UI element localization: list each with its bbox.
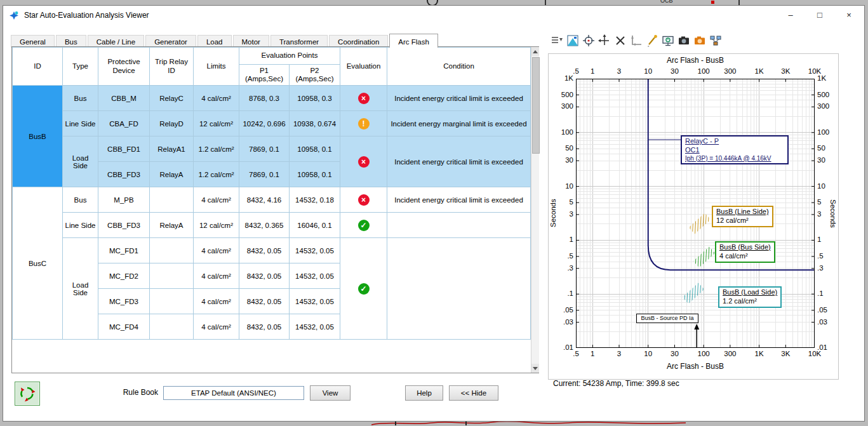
rule-book-input[interactable] xyxy=(163,386,304,400)
cell-device[interactable]: CBB_FD1 xyxy=(98,136,150,162)
table-row[interactable]: Load Side MC_FD1 4 cal/cm² 8432, 0.05 14… xyxy=(13,238,531,263)
target-capture-icon[interactable] xyxy=(582,34,595,48)
tab-motor[interactable]: Motor xyxy=(233,35,269,48)
cell-type[interactable]: Line Side xyxy=(63,111,98,136)
cell-p1[interactable]: 10242, 0.696 xyxy=(239,111,290,136)
hide-button[interactable]: << Hide xyxy=(449,385,498,401)
chart-image-icon[interactable] xyxy=(566,34,579,48)
cell-type[interactable]: Bus xyxy=(63,86,98,111)
cell-condition[interactable]: Incident energy marginal limit is exceed… xyxy=(387,111,531,136)
cell-limits[interactable]: 1.2 cal/cm² xyxy=(194,162,239,187)
cell-p2[interactable]: 10938, 0.674 xyxy=(290,111,340,136)
cell-evaluation[interactable]: ! xyxy=(340,111,387,136)
source-pd-label-box[interactable]: BusB - Source PD Ia xyxy=(636,314,698,323)
cell-trip-relay[interactable]: RelayD xyxy=(150,111,194,136)
cell-p1[interactable]: 8432, 0.05 xyxy=(239,314,290,340)
cell-limits[interactable]: 12 cal/cm² xyxy=(194,213,239,238)
cell-type[interactable]: Load Side xyxy=(63,136,98,187)
cell-device[interactable]: CBB_FD3 xyxy=(98,213,150,238)
cell-p2[interactable]: 14532, 0.05 xyxy=(290,314,340,340)
cell-p2[interactable]: 14532, 0.05 xyxy=(290,263,340,289)
cell-id-busc[interactable]: BusC xyxy=(13,187,63,340)
cell-p1[interactable]: 8768, 0.3 xyxy=(239,86,290,111)
arc-flash-hatch-marker[interactable] xyxy=(689,213,711,234)
line-side-energy-label-box[interactable]: BusB (Line Side) 12 cal/cm² xyxy=(712,206,773,227)
load-side-energy-label-box[interactable]: BusB (Load Side) 1.2 cal/cm² xyxy=(718,286,782,308)
tab-general[interactable]: General xyxy=(11,35,55,48)
cell-type[interactable]: Bus xyxy=(63,187,98,213)
cell-trip-relay[interactable] xyxy=(150,289,194,314)
scrollbar-up-button[interactable] xyxy=(531,47,539,56)
axis-scale-icon[interactable] xyxy=(629,34,643,48)
arc-flash-hatch-marker[interactable] xyxy=(693,246,716,267)
cell-condition[interactable]: Incident energy critical limit is exceed… xyxy=(387,136,531,187)
cell-evaluation[interactable]: × xyxy=(340,86,387,111)
camera-capture-icon[interactable] xyxy=(693,34,706,48)
cell-trip-relay[interactable] xyxy=(150,238,194,263)
cell-device[interactable]: CBB_FD3 xyxy=(98,162,150,187)
table-scrollbar[interactable] xyxy=(531,47,539,373)
cell-trip-relay[interactable]: RelayA xyxy=(150,213,194,238)
cell-trip-relay[interactable]: RelayA xyxy=(150,162,194,187)
cell-evaluation[interactable]: × xyxy=(340,187,387,213)
tab-load[interactable]: Load xyxy=(197,35,232,48)
cell-evaluation[interactable]: ✓ xyxy=(340,238,387,340)
camera-icon[interactable] xyxy=(677,34,690,48)
cell-device[interactable]: MC_FD2 xyxy=(98,263,150,289)
cell-limits[interactable]: 4 cal/cm² xyxy=(194,238,239,263)
sequence-viewer-icon[interactable] xyxy=(709,34,722,48)
cell-limits[interactable]: 4 cal/cm² xyxy=(194,86,239,111)
scrollbar-down-button[interactable] xyxy=(531,364,539,373)
cell-limits[interactable]: 4 cal/cm² xyxy=(194,314,239,340)
view-button[interactable]: View xyxy=(310,385,351,401)
table-row[interactable]: BusC Bus M_PB 4 cal/cm² 8432, 4.16 14532… xyxy=(13,187,531,213)
title-bar[interactable]: Star Auto-Evaluation Analysis Viewer – □… xyxy=(3,6,864,25)
maximize-button[interactable]: □ xyxy=(805,6,834,23)
close-button[interactable]: × xyxy=(834,6,864,23)
cell-limits[interactable]: 1.2 cal/cm² xyxy=(194,136,239,162)
tab-transformer[interactable]: Transformer xyxy=(270,35,328,48)
delete-curve-icon[interactable] xyxy=(613,34,627,48)
cell-p1[interactable]: 8432, 0.05 xyxy=(239,263,290,289)
cell-device[interactable]: M_PB xyxy=(98,187,150,213)
cell-device[interactable]: CBA_FD xyxy=(98,111,150,136)
cell-condition[interactable] xyxy=(387,213,531,238)
cell-p1[interactable]: 8432, 0.05 xyxy=(239,238,290,263)
cell-trip-relay[interactable] xyxy=(150,314,194,340)
tcc-chart-panel[interactable]: Arc Flash - BusB Arc Flash - BusB Second… xyxy=(548,53,839,380)
table-row[interactable]: Line Side CBB_FD3 RelayA 12 cal/cm² 8432… xyxy=(13,213,531,238)
cell-p1[interactable]: 8432, 0.365 xyxy=(239,213,290,238)
cell-evaluation[interactable]: × xyxy=(340,136,387,187)
report-list-icon[interactable] xyxy=(550,34,563,48)
bus-side-energy-label-box[interactable]: BusB (Bus Side) 4 cal/cm² xyxy=(715,241,775,263)
tab-bus[interactable]: Bus xyxy=(56,35,86,48)
table-row[interactable]: Line Side CBA_FD RelayD 12 cal/cm² 10242… xyxy=(13,111,531,136)
cell-device[interactable]: CBB_M xyxy=(98,86,150,111)
pan-crosshair-icon[interactable] xyxy=(598,34,611,48)
cell-type[interactable]: Load Side xyxy=(63,238,98,340)
cell-evaluation[interactable]: ✓ xyxy=(340,213,387,238)
cell-trip-relay[interactable] xyxy=(150,263,194,289)
cell-condition[interactable]: Incident energy critical limit is exceed… xyxy=(387,86,531,111)
tab-arc-flash[interactable]: Arc Flash xyxy=(389,34,438,48)
tab-generator[interactable]: Generator xyxy=(145,35,196,48)
cell-limits[interactable]: 4 cal/cm² xyxy=(194,263,239,289)
table-row[interactable]: BusB Bus CBB_M RelayC 4 cal/cm² 8768, 0.… xyxy=(13,86,531,111)
cell-p2[interactable]: 16046, 0.1 xyxy=(290,213,340,238)
cell-trip-relay[interactable] xyxy=(150,187,194,213)
cell-type[interactable]: Line Side xyxy=(63,213,98,238)
cell-device[interactable]: MC_FD3 xyxy=(98,289,150,314)
cell-condition[interactable]: Incident energy critical limit is exceed… xyxy=(387,187,531,213)
cell-condition[interactable] xyxy=(387,238,531,340)
table-row[interactable]: Load Side CBB_FD1 RelayA1 1.2 cal/cm² 78… xyxy=(13,136,531,162)
cell-p2[interactable]: 14532, 0.05 xyxy=(290,238,340,263)
cell-p2[interactable]: 14532, 0.18 xyxy=(290,187,340,213)
cell-id-busb[interactable]: BusB xyxy=(13,86,63,187)
cell-limits[interactable]: 4 cal/cm² xyxy=(194,289,239,314)
annotation-pen-icon[interactable] xyxy=(645,34,658,48)
cell-p2[interactable]: 10958, 0.1 xyxy=(290,162,340,187)
cell-p1[interactable]: 7869, 0.1 xyxy=(239,162,290,187)
cell-p1[interactable]: 7869, 0.1 xyxy=(239,136,290,162)
cell-p2[interactable]: 10958, 0.1 xyxy=(290,136,340,162)
cell-p2[interactable]: 10958, 0.3 xyxy=(290,86,340,111)
